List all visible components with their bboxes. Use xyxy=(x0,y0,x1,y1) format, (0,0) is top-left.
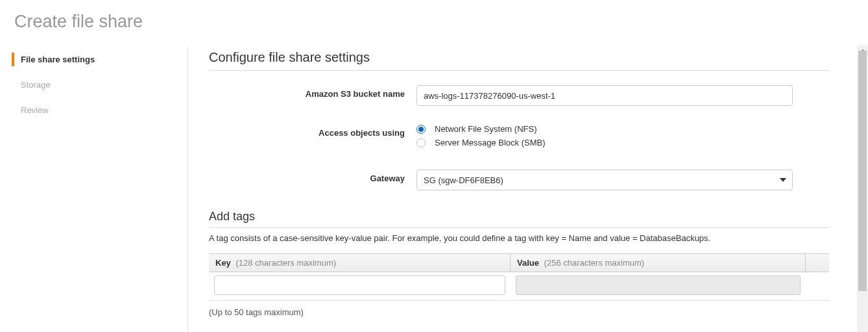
tags-cell-value xyxy=(511,275,806,295)
sidebar-item-review[interactable]: Review xyxy=(0,99,187,121)
tag-value-input xyxy=(516,275,801,295)
sidebar-item-file-share-settings[interactable]: File share settings xyxy=(0,49,187,70)
page-title: Create file share xyxy=(0,0,868,32)
content-wrap: File share settings Storage Review Confi… xyxy=(0,47,868,332)
bucket-name-label: Amazon S3 bucket name xyxy=(209,85,416,99)
scrollbar-thumb[interactable] xyxy=(858,51,867,291)
tags-header-value: Value (256 characters maximum) xyxy=(511,254,806,272)
radio-icon xyxy=(416,125,426,134)
main-panel: Configure file share settings Amazon S3 … xyxy=(188,47,868,332)
gateway-select[interactable] xyxy=(416,170,793,190)
gateway-label: Gateway xyxy=(209,170,416,183)
tags-table-header: Key (128 characters maximum) Value (256 … xyxy=(209,254,829,272)
sidebar-item-label: File share settings xyxy=(21,55,95,64)
form-row-bucket: Amazon S3 bucket name xyxy=(209,85,829,106)
tags-table: Key (128 characters maximum) Value (256 … xyxy=(209,253,829,301)
gateway-select-value[interactable] xyxy=(416,170,793,190)
section-title-configure: Configure file share settings xyxy=(209,50,829,71)
tags-limit-text: (Up to 50 tags maximum) xyxy=(209,307,829,317)
tags-header-value-label: Value xyxy=(517,258,539,268)
section-title-add-tags: Add tags xyxy=(209,210,829,228)
tags-header-remove xyxy=(806,254,829,272)
bucket-name-field xyxy=(416,85,829,106)
access-label: Access objects using xyxy=(209,124,416,138)
radio-label: Server Message Block (SMB) xyxy=(435,138,546,147)
tags-header-key: Key (128 characters maximum) xyxy=(209,254,511,272)
form-row-access: Access objects using Network File System… xyxy=(209,124,829,151)
tags-header-key-hint: (128 characters maximum) xyxy=(235,258,336,268)
sidebar-item-storage[interactable]: Storage xyxy=(0,74,187,96)
bucket-name-input[interactable] xyxy=(416,85,793,106)
tags-cell-key xyxy=(209,275,511,295)
radio-option-smb[interactable]: Server Message Block (SMB) xyxy=(416,138,829,147)
tag-key-input[interactable] xyxy=(214,275,505,295)
gateway-field xyxy=(416,170,829,190)
sidebar-item-label: Storage xyxy=(21,80,51,90)
radio-icon xyxy=(416,138,426,147)
tags-header-key-label: Key xyxy=(215,258,231,268)
radio-label: Network File System (NFS) xyxy=(435,124,536,134)
sidebar-item-label: Review xyxy=(21,105,49,115)
access-field: Network File System (NFS) Server Message… xyxy=(416,124,829,151)
tags-table-row xyxy=(209,272,829,300)
scrollbar[interactable] xyxy=(857,45,868,332)
tags-cell-remove xyxy=(806,275,829,295)
radio-option-nfs[interactable]: Network File System (NFS) xyxy=(416,124,829,134)
tags-helper-text: A tag consists of a case-sensitive key-v… xyxy=(209,233,829,243)
form-row-gateway: Gateway xyxy=(209,170,829,190)
wizard-sidebar: File share settings Storage Review xyxy=(0,47,188,332)
tags-header-value-hint: (256 characters maximum) xyxy=(544,258,645,268)
